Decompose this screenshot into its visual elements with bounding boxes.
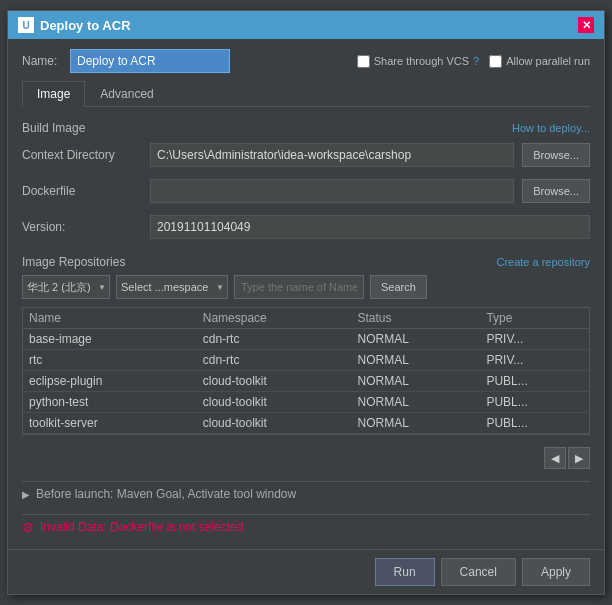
before-launch-text: Before launch: Maven Goal, Activate tool… <box>36 487 296 501</box>
tabs: Image Advanced <box>22 81 590 107</box>
namespace-search-input[interactable] <box>234 275 364 299</box>
repo-header: Image Repositories Create a repository <box>22 255 590 269</box>
tab-image[interactable]: Image <box>22 81 85 107</box>
run-button[interactable]: Run <box>375 558 435 586</box>
app-icon: U <box>18 17 34 33</box>
dockerfile-input[interactable] <box>150 179 514 203</box>
repo-table: Name Namespace Status Type base-imagecdn… <box>23 308 589 434</box>
build-image-section-header: Build Image How to deploy... <box>22 121 590 135</box>
tab-advanced[interactable]: Advanced <box>85 81 168 106</box>
share-vcs-group: Share through VCS ? <box>357 55 480 68</box>
cell-namespace: cdn-rtc <box>197 329 352 350</box>
repo-title: Image Repositories <box>22 255 125 269</box>
table-row[interactable]: rtccdn-rtcNORMALPRIV... <box>23 350 589 371</box>
context-dir-row: Context Directory Browse... <box>22 143 590 167</box>
col-status: Status <box>351 308 480 329</box>
context-dir-browse-button[interactable]: Browse... <box>522 143 590 167</box>
name-row: Name: Share through VCS ? Allow parallel… <box>22 49 590 73</box>
build-image-title: Build Image <box>22 121 85 135</box>
parallel-run-checkbox[interactable] <box>489 55 502 68</box>
cell-namespace: cloud-toolkit <box>197 413 352 434</box>
title-bar-left: U Deploy to ACR <box>18 17 131 33</box>
version-label: Version: <box>22 220 142 234</box>
col-type: Type <box>480 308 589 329</box>
dockerfile-row: Dockerfile Browse... <box>22 179 590 203</box>
name-input[interactable] <box>70 49 230 73</box>
cell-namespace: cloud-toolkit <box>197 392 352 413</box>
cell-status: NORMAL <box>351 329 480 350</box>
cell-type: PUBL... <box>480 413 589 434</box>
before-launch-section: ▶ Before launch: Maven Goal, Activate to… <box>22 481 590 506</box>
share-vcs-checkbox[interactable] <box>357 55 370 68</box>
repo-table-header: Name Namespace Status Type <box>23 308 589 329</box>
cancel-button[interactable]: Cancel <box>441 558 516 586</box>
create-repo-link[interactable]: Create a repository <box>496 256 590 268</box>
region-select[interactable]: 华北 2 (北京) <box>22 275 110 299</box>
error-row: ⊘ Invalid Data: Dockerfile is not select… <box>22 514 590 539</box>
cell-type: PUBL... <box>480 392 589 413</box>
cell-type: PRIV... <box>480 350 589 371</box>
table-row[interactable]: base-imagecdn-rtcNORMALPRIV... <box>23 329 589 350</box>
name-label: Name: <box>22 54 60 68</box>
parallel-run-label: Allow parallel run <box>506 55 590 67</box>
parallel-run-group: Allow parallel run <box>489 55 590 68</box>
cell-name: base-image <box>23 329 197 350</box>
next-page-button[interactable]: ▶ <box>568 447 590 469</box>
table-row[interactable]: toolkit-servercloud-toolkitNORMALPUBL... <box>23 413 589 434</box>
table-row[interactable]: python-testcloud-toolkitNORMALPUBL... <box>23 392 589 413</box>
repo-table-body: base-imagecdn-rtcNORMALPRIV...rtccdn-rtc… <box>23 329 589 434</box>
dialog-title: Deploy to ACR <box>40 18 131 33</box>
pagination-row: ◀ ▶ <box>22 447 590 469</box>
cell-type: PRIV... <box>480 329 589 350</box>
version-input[interactable] <box>150 215 590 239</box>
version-row: Version: <box>22 215 590 239</box>
cell-name: eclipse-plugin <box>23 371 197 392</box>
cell-status: NORMAL <box>351 350 480 371</box>
cell-name: toolkit-server <box>23 413 197 434</box>
prev-page-button[interactable]: ◀ <box>544 447 566 469</box>
title-bar: U Deploy to ACR ✕ <box>8 11 604 39</box>
apply-button[interactable]: Apply <box>522 558 590 586</box>
context-dir-input[interactable] <box>150 143 514 167</box>
context-dir-label: Context Directory <box>22 148 142 162</box>
repo-table-wrapper: Name Namespace Status Type base-imagecdn… <box>22 307 590 435</box>
name-options: Share through VCS ? Allow parallel run <box>357 55 590 68</box>
cell-status: NORMAL <box>351 413 480 434</box>
cell-name: python-test <box>23 392 197 413</box>
search-button[interactable]: Search <box>370 275 427 299</box>
expand-icon[interactable]: ▶ <box>22 489 30 500</box>
dialog-footer: Run Cancel Apply <box>8 549 604 594</box>
repo-controls: 华北 2 (北京) Select ...mespace Search <box>22 275 590 299</box>
cell-status: NORMAL <box>351 392 480 413</box>
col-namespace: Namespace <box>197 308 352 329</box>
share-vcs-label: Share through VCS <box>374 55 469 67</box>
cell-status: NORMAL <box>351 371 480 392</box>
dialog-body: Name: Share through VCS ? Allow parallel… <box>8 39 604 549</box>
image-repositories-section: Image Repositories Create a repository 华… <box>22 255 590 299</box>
namespace-select-wrapper: Select ...mespace <box>116 275 228 299</box>
cell-type: PUBL... <box>480 371 589 392</box>
col-name: Name <box>23 308 197 329</box>
help-icon[interactable]: ? <box>473 55 479 67</box>
dockerfile-browse-button[interactable]: Browse... <box>522 179 590 203</box>
cell-name: rtc <box>23 350 197 371</box>
region-select-wrapper: 华北 2 (北京) <box>22 275 110 299</box>
cell-namespace: cdn-rtc <box>197 350 352 371</box>
namespace-select[interactable]: Select ...mespace <box>116 275 228 299</box>
close-button[interactable]: ✕ <box>578 17 594 33</box>
dockerfile-label: Dockerfile <box>22 184 142 198</box>
cell-namespace: cloud-toolkit <box>197 371 352 392</box>
error-icon: ⊘ <box>22 519 34 535</box>
how-to-deploy-link[interactable]: How to deploy... <box>512 122 590 134</box>
deploy-dialog: U Deploy to ACR ✕ Name: Share through VC… <box>7 10 605 595</box>
table-row[interactable]: eclipse-plugincloud-toolkitNORMALPUBL... <box>23 371 589 392</box>
error-message: Invalid Data: Dockerfile is not selected <box>40 520 243 534</box>
